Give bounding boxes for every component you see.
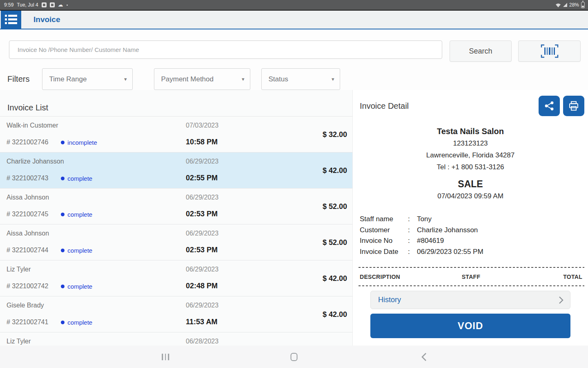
- void-button-label: VOID: [458, 320, 483, 332]
- business-name: Testa Nails Salon: [353, 125, 588, 137]
- invoice-row[interactable]: Gisele Brady # 3221002741 complete 06/29…: [0, 296, 352, 332]
- total-column-header: TOTAL: [508, 274, 582, 280]
- customer-name: Liz Tyler: [7, 338, 31, 345]
- invoice-amount: $ 42.00: [323, 274, 347, 283]
- status-badge: complete: [61, 211, 92, 218]
- invoice-time: 11:53 AM: [186, 318, 217, 326]
- invoice-row[interactable]: Liz Tyler # 3221002742 complete 06/29/20…: [0, 260, 352, 296]
- status-label: complete: [67, 283, 92, 290]
- invoice-date: 06/29/2023: [186, 230, 218, 237]
- invoice-list-title: Invoice List: [0, 90, 352, 116]
- status-dot-icon: [61, 285, 65, 288]
- invoice-time: 02:53 PM: [186, 210, 218, 218]
- status-label: complete: [67, 175, 92, 182]
- cloud-icon: ☁: [58, 2, 63, 7]
- chevron-down-icon: ▾: [124, 76, 127, 82]
- invoice-rows: Walk-in Customer # 3221002746 incomplete…: [0, 116, 352, 368]
- wifi-icon: [555, 2, 561, 8]
- business-number: 123123123: [353, 137, 588, 149]
- date-label: Tue, Jul 4: [17, 2, 38, 8]
- invoice-date: 06/29/2023: [186, 194, 218, 201]
- barcode-scan-button[interactable]: [518, 40, 581, 62]
- field-label: Customer: [360, 225, 408, 236]
- recents-button[interactable]: [162, 354, 169, 360]
- print-button[interactable]: [563, 96, 584, 116]
- sale-type-label: SALE: [353, 178, 588, 190]
- invoice-row[interactable]: Aissa Johnson # 3221002744 complete 06/2…: [0, 224, 352, 260]
- customer-name: Charlize Johansson: [7, 158, 64, 165]
- status-badge: complete: [61, 247, 92, 254]
- invoice-number: # 3221002744: [7, 247, 48, 254]
- customer-name: Aissa Johnson: [7, 230, 49, 237]
- clock-label: 9:59: [4, 2, 13, 8]
- invoice-date: 06/28/2023: [186, 338, 218, 345]
- time-range-dropdown-label: Time Range: [49, 75, 87, 83]
- invoice-amount: $ 52.00: [323, 238, 347, 247]
- field-value: Charlize Johansson: [417, 225, 478, 236]
- invoice-row[interactable]: Aissa Johnson # 3221002745 complete 06/2…: [0, 188, 352, 224]
- share-icon: [544, 101, 555, 111]
- search-button[interactable]: Search: [450, 40, 512, 62]
- receipt-field: Customer : Charlize Johansson: [360, 225, 588, 236]
- customer-name: Gisele Brady: [7, 302, 44, 309]
- menu-button[interactable]: [1, 11, 21, 29]
- field-label: Invoice Date: [360, 247, 408, 258]
- invoice-number: # 3221002745: [7, 211, 48, 218]
- payment-method-dropdown[interactable]: Payment Method ▾: [154, 68, 250, 90]
- invoice-row[interactable]: Walk-in Customer # 3221002746 incomplete…: [0, 117, 352, 153]
- status-badge: complete: [61, 283, 92, 290]
- customer-name: Walk-in Customer: [7, 122, 58, 129]
- invoice-time: 02:48 PM: [186, 282, 218, 290]
- invoice-number: # 3221002742: [7, 283, 48, 290]
- more-notifications-icon: [67, 4, 68, 6]
- status-dot-icon: [61, 141, 65, 144]
- main-content: Invoice List Walk-in Customer # 32210027…: [0, 90, 588, 368]
- battery-icon: [581, 2, 585, 8]
- field-label: Staff name: [360, 214, 408, 225]
- invoice-detail-title: Invoice Detail: [353, 101, 539, 111]
- chevron-down-icon: ▾: [332, 76, 334, 82]
- field-label: Invoice No: [360, 236, 408, 247]
- invoice-time: 02:53 PM: [186, 246, 218, 254]
- history-button[interactable]: History: [370, 291, 570, 309]
- invoice-amount: $ 52.00: [323, 202, 347, 211]
- time-range-dropdown[interactable]: Time Range ▾: [42, 68, 133, 90]
- battery-level-label: 28%: [569, 2, 579, 8]
- status-label: incomplete: [67, 139, 97, 146]
- status-label: complete: [67, 319, 92, 326]
- back-button[interactable]: [421, 352, 427, 361]
- invoice-date: 06/29/2023: [186, 302, 218, 309]
- home-button[interactable]: [291, 353, 298, 361]
- receipt-divider: [359, 285, 584, 286]
- business-address: Lawrenceville, Florida 34287: [353, 149, 588, 161]
- payment-method-dropdown-label: Payment Method: [161, 75, 214, 83]
- description-column-header: DESCRIPTION: [360, 274, 434, 280]
- receipt-field: Invoice Date : 06/29/2023 02:55 PM: [360, 247, 588, 258]
- chevron-left-icon: [421, 352, 427, 361]
- search-button-label: Search: [469, 47, 492, 56]
- invoice-date: 07/03/2023: [186, 122, 218, 129]
- chevron-right-icon: [559, 296, 564, 304]
- search-input[interactable]: [9, 40, 442, 59]
- invoice-amount: $ 32.00: [323, 130, 347, 139]
- status-bar: 9:59 Tue, Jul 4 ☁ 28%: [0, 0, 588, 10]
- chevron-down-icon: ▾: [242, 76, 245, 82]
- bullet-list-icon: [5, 14, 17, 25]
- field-value: #804619: [417, 236, 444, 247]
- status-badge: incomplete: [61, 139, 97, 146]
- share-button[interactable]: [539, 96, 560, 116]
- status-dropdown[interactable]: Status ▾: [261, 68, 340, 90]
- print-icon: [568, 101, 579, 111]
- invoice-row[interactable]: Charlize Johansson # 3221002743 complete…: [0, 153, 352, 188]
- status-dot-icon: [61, 321, 65, 324]
- invoice-number: # 3221002741: [7, 319, 48, 326]
- signal-icon: [563, 3, 567, 7]
- bottom-nav: [0, 346, 588, 368]
- invoice-detail-header: Invoice Detail: [353, 94, 588, 118]
- void-button[interactable]: VOID: [370, 314, 570, 338]
- page-title: Invoice: [33, 15, 60, 24]
- invoice-date: 06/29/2023: [186, 266, 218, 273]
- receipt-table-header: DESCRIPTION STAFF TOTAL: [360, 274, 582, 280]
- invoice-number: # 3221002743: [7, 175, 48, 182]
- receipt-divider: [359, 267, 584, 268]
